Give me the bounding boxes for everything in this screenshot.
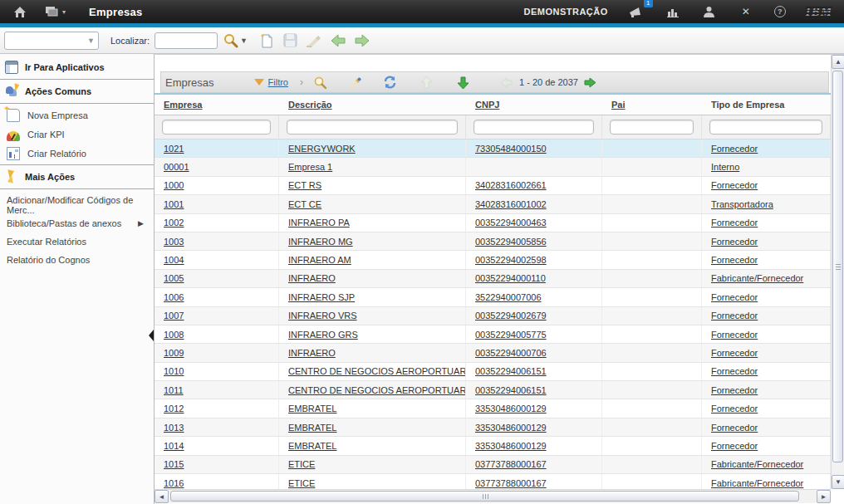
table-row[interactable]: 1013EMBRATEL33530486000129Fornecedor bbox=[155, 418, 831, 437]
cell-link-descricao[interactable]: INFRAERO SJP bbox=[288, 292, 355, 302]
cell-link-empresa[interactable]: 1010 bbox=[164, 366, 184, 376]
cell-link-tipo[interactable]: Fornecedor bbox=[711, 292, 758, 302]
vertical-scroll-thumb[interactable] bbox=[832, 71, 843, 462]
record-combobox[interactable]: ▼ bbox=[4, 32, 99, 50]
cell-link-empresa[interactable]: 1012 bbox=[164, 404, 184, 413]
cell-link-tipo[interactable]: Transportadora bbox=[711, 199, 773, 209]
cell-link-empresa[interactable]: 1016 bbox=[164, 478, 184, 488]
cell-link-descricao[interactable]: EMBRATEL bbox=[288, 441, 336, 451]
scroll-left-button[interactable]: ◄ bbox=[155, 490, 169, 503]
filter-input-empresa[interactable] bbox=[162, 120, 271, 135]
cell-link-descricao[interactable]: ETICE bbox=[288, 478, 315, 488]
search-options-caret-icon[interactable]: ▼ bbox=[240, 37, 248, 45]
cell-link-tipo[interactable]: Fornecedor bbox=[711, 441, 758, 451]
profile-icon[interactable] bbox=[701, 4, 718, 19]
scroll-down-button[interactable]: ▼ bbox=[832, 475, 844, 489]
cell-link-empresa[interactable]: 1005 bbox=[164, 273, 184, 283]
cell-link-cnpj[interactable]: 00352294006151 bbox=[475, 366, 547, 376]
cell-link-cnpj[interactable]: 3522940007006 bbox=[475, 292, 542, 302]
find-input[interactable] bbox=[155, 32, 218, 49]
cell-link-cnpj[interactable]: 03773788000167 bbox=[475, 478, 547, 488]
next-page-icon[interactable] bbox=[583, 75, 598, 90]
cell-link-empresa[interactable]: 1021 bbox=[164, 144, 184, 154]
horizontal-scroll-thumb[interactable] bbox=[170, 491, 799, 502]
search-icon[interactable] bbox=[223, 31, 239, 51]
cell-link-descricao[interactable]: CENTRO DE NEGOCIOS AEROPORTUARIOS DO RJ bbox=[288, 385, 466, 395]
table-row[interactable]: 1009INFRAERO00352294000706Fornecedor bbox=[155, 344, 831, 362]
filter-link[interactable]: Filtro bbox=[268, 77, 288, 87]
next-row-icon[interactable] bbox=[456, 75, 471, 90]
cell-link-descricao[interactable]: Empresa 1 bbox=[288, 162, 332, 172]
sidebar-action-biblioteca-pastas-de-anexos[interactable]: Biblioteca/Pastas de anexos▶ bbox=[0, 214, 154, 232]
cell-link-empresa[interactable]: 00001 bbox=[164, 162, 189, 172]
table-row[interactable]: 1007INFRAERO VRS00352294002679Fornecedor bbox=[155, 307, 831, 325]
filter-input-descri-o[interactable] bbox=[287, 120, 458, 135]
cell-link-tipo[interactable]: Fornecedor bbox=[711, 348, 758, 358]
table-row[interactable]: 1001ECT CE34028316001002Transportadora bbox=[155, 195, 831, 213]
table-row[interactable]: 1006INFRAERO SJP3522940007006Fornecedor bbox=[155, 288, 831, 306]
cell-link-cnpj[interactable]: 34028316001002 bbox=[475, 199, 547, 209]
cell-link-tipo[interactable]: Fornecedor bbox=[711, 311, 758, 321]
cell-link-descricao[interactable]: ECT RS bbox=[288, 180, 321, 190]
table-row[interactable]: 1002INFRAERO PA00352294000463Fornecedor bbox=[155, 214, 831, 232]
cell-link-empresa[interactable]: 1013 bbox=[164, 423, 184, 433]
cell-link-empresa[interactable]: 1014 bbox=[164, 441, 184, 451]
sidebar-action-criar-relat-rio[interactable]: Criar Relatório bbox=[0, 144, 154, 163]
sidebar-action-executar-relat-rios[interactable]: Executar Relatórios bbox=[0, 232, 154, 251]
cell-link-empresa[interactable]: 1011 bbox=[164, 385, 184, 395]
cell-link-cnpj[interactable]: 34028316002661 bbox=[475, 180, 547, 190]
cell-link-descricao[interactable]: CENTRO DE NEGOCIOS AEROPORTUARIOS DO RJ bbox=[288, 366, 466, 376]
cell-link-empresa[interactable]: 1000 bbox=[164, 180, 184, 190]
table-row[interactable]: 1015ETICE03773788000167Fabricante/Fornec… bbox=[155, 456, 831, 474]
cell-link-descricao[interactable]: INFRAERO VRS bbox=[288, 311, 357, 321]
cell-link-descricao[interactable]: ENERGYWORK bbox=[288, 144, 356, 154]
cell-link-descricao[interactable]: ETICE bbox=[288, 459, 315, 469]
table-row[interactable]: 1004INFRAERO AM00352294002598Fornecedor bbox=[155, 251, 831, 269]
home-icon[interactable] bbox=[12, 4, 28, 19]
table-row[interactable]: 1008INFRAERO GRS00352294005775Fornecedor bbox=[155, 325, 831, 344]
cell-link-descricao[interactable]: INFRAERO bbox=[288, 273, 336, 283]
filter-input-tipo-de-empresa[interactable] bbox=[709, 120, 822, 135]
go-to-menu-icon[interactable] bbox=[43, 4, 60, 19]
cell-link-empresa[interactable]: 1004 bbox=[164, 255, 184, 265]
vertical-scrollbar[interactable]: ▲ ▼ bbox=[831, 55, 844, 489]
table-row[interactable]: 1012EMBRATEL33530486000129Fornecedor bbox=[155, 399, 831, 418]
cell-link-descricao[interactable]: ECT CE bbox=[288, 199, 321, 209]
cell-link-tipo[interactable]: Fornecedor bbox=[711, 218, 758, 228]
cell-link-cnpj[interactable]: 03773788000167 bbox=[475, 459, 547, 469]
cell-link-descricao[interactable]: INFRAERO AM bbox=[288, 255, 351, 265]
reports-chart-icon[interactable] bbox=[665, 4, 681, 19]
cell-link-empresa[interactable]: 1002 bbox=[164, 218, 184, 228]
cell-link-tipo[interactable]: Fornecedor bbox=[711, 180, 758, 190]
cell-link-cnpj[interactable]: 00352294002679 bbox=[475, 311, 547, 321]
refresh-icon[interactable] bbox=[383, 75, 398, 90]
cell-link-tipo[interactable]: Fornecedor bbox=[711, 366, 758, 376]
table-row[interactable]: 1011CENTRO DE NEGOCIOS AEROPORTUARIOS DO… bbox=[155, 381, 831, 399]
clear-filter-icon[interactable] bbox=[348, 75, 363, 90]
cell-link-tipo[interactable]: Fornecedor bbox=[711, 423, 758, 433]
column-header-pai[interactable]: Pai bbox=[602, 95, 702, 115]
new-record-icon[interactable] bbox=[258, 31, 275, 51]
cell-link-descricao[interactable]: INFRAERO GRS bbox=[288, 330, 358, 340]
cell-link-descricao[interactable]: EMBRATEL bbox=[288, 423, 336, 433]
column-header-descri-o[interactable]: Descrição bbox=[279, 95, 466, 115]
cell-link-empresa[interactable]: 1001 bbox=[164, 199, 184, 209]
sidebar-action-nova-empresa[interactable]: Nova Empresa bbox=[0, 105, 154, 125]
cell-link-cnpj[interactable]: 33530486000129 bbox=[475, 404, 547, 413]
combobox-arrow-icon[interactable]: ▼ bbox=[87, 37, 95, 45]
cell-link-cnpj[interactable]: 00352294006151 bbox=[475, 385, 547, 395]
table-row[interactable]: 1016ETICE03773788000167Fabricante/Fornec… bbox=[155, 474, 831, 489]
cell-link-tipo[interactable]: Fabricante/Fornecedor bbox=[711, 459, 803, 469]
cell-link-cnpj[interactable]: 73305484000150 bbox=[475, 144, 547, 154]
previous-record-icon[interactable] bbox=[330, 31, 346, 51]
cell-link-empresa[interactable]: 1007 bbox=[164, 311, 184, 321]
sidebar-collapse-handle[interactable] bbox=[149, 330, 154, 341]
cell-link-cnpj[interactable]: 00352294005775 bbox=[475, 330, 547, 340]
table-row[interactable]: 1005INFRAERO00352294000110Fabricante/For… bbox=[155, 270, 831, 288]
filter-input-pai[interactable] bbox=[610, 120, 694, 135]
cell-link-tipo[interactable]: Fornecedor bbox=[711, 385, 758, 395]
filter-toggle-icon[interactable] bbox=[254, 79, 264, 86]
cell-link-empresa[interactable]: 1008 bbox=[164, 330, 184, 340]
cell-link-tipo[interactable]: Fornecedor bbox=[711, 255, 758, 265]
help-icon[interactable]: ? bbox=[774, 6, 786, 17]
